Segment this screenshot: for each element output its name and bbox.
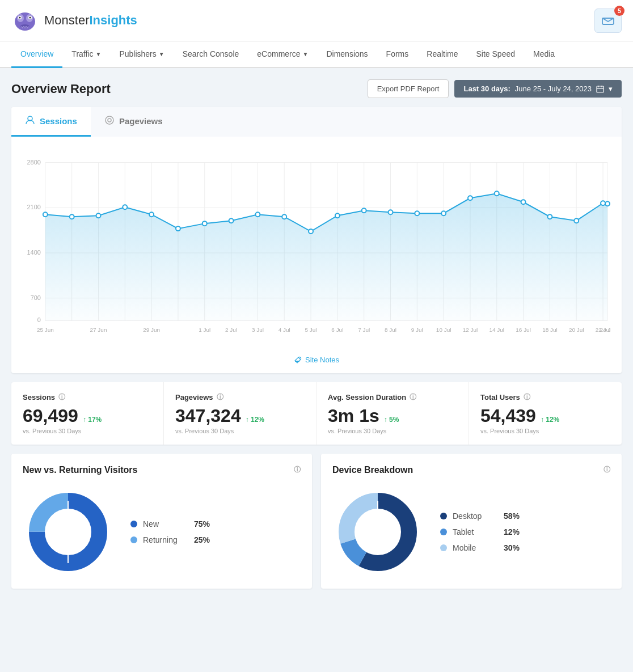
new-label: New xyxy=(143,519,188,529)
nav-item-dimensions[interactable]: Dimensions xyxy=(317,41,377,68)
svg-point-69 xyxy=(574,218,579,223)
stat-total-users-value: 54,439 ↑ 12% xyxy=(480,405,610,426)
tablet-dot xyxy=(440,529,447,535)
nav-item-site-speed[interactable]: Site Speed xyxy=(467,41,525,68)
pageviews-info-icon[interactable]: ⓘ xyxy=(217,392,223,402)
svg-text:1400: 1400 xyxy=(27,249,41,256)
avg-session-vs: vs. Previous 30 Days xyxy=(328,428,457,434)
nav-item-traffic[interactable]: Traffic ▼ xyxy=(62,41,110,68)
nvr-info-icon[interactable]: ⓘ xyxy=(294,465,301,475)
svg-point-61 xyxy=(362,208,366,213)
ecommerce-chevron: ▼ xyxy=(303,51,309,57)
returning-value: 25% xyxy=(194,535,210,544)
date-range-button[interactable]: Last 30 days: June 25 - July 24, 2023 ▾ xyxy=(454,80,622,98)
legend-returning: Returning 25% xyxy=(130,535,210,544)
legend-desktop: Desktop 58% xyxy=(440,512,520,521)
report-actions: Export PDF Report Last 30 days: June 25 … xyxy=(368,79,622,98)
device-info-icon[interactable]: ⓘ xyxy=(604,465,610,475)
chart-body: 2800 2100 1400 700 0 xyxy=(11,137,622,349)
tab-pageviews[interactable]: Pageviews xyxy=(91,107,622,137)
nav-item-search-console[interactable]: Search Console xyxy=(174,41,248,68)
stat-avg-session-label: Avg. Session Duration ⓘ xyxy=(328,392,457,402)
sessions-info-icon[interactable]: ⓘ xyxy=(58,392,65,402)
svg-point-14 xyxy=(106,116,113,124)
svg-text:25 Jun: 25 Jun xyxy=(37,327,54,333)
bottom-grid: New vs. Returning Visitors ⓘ xyxy=(11,454,622,589)
publishers-chevron: ▼ xyxy=(159,51,164,57)
svg-point-65 xyxy=(468,196,472,200)
stat-total-users: Total Users ⓘ 54,439 ↑ 12% vs. Previous … xyxy=(469,382,622,445)
svg-point-6 xyxy=(29,17,31,19)
monster-icon xyxy=(11,7,39,34)
svg-point-70 xyxy=(601,201,605,205)
legend-tablet: Tablet 12% xyxy=(440,527,520,536)
stat-sessions: Sessions ⓘ 69,499 ↑ 17% vs. Previous 30 … xyxy=(11,382,164,445)
svg-point-49 xyxy=(43,212,48,217)
device-breakdown-chart-section: Desktop 58% Tablet 12% Mobile 30% xyxy=(332,487,610,577)
nav-item-media[interactable]: Media xyxy=(524,41,564,68)
nav-item-ecommerce[interactable]: eCommerce ▼ xyxy=(248,41,317,68)
sessions-tab-icon xyxy=(25,115,35,127)
svg-text:14 Jul: 14 Jul xyxy=(489,327,504,333)
desktop-value: 58% xyxy=(504,512,520,521)
svg-point-59 xyxy=(309,229,313,234)
svg-point-57 xyxy=(255,212,260,217)
nav-item-publishers[interactable]: Publishers ▼ xyxy=(110,41,173,68)
stats-grid: Sessions ⓘ 69,499 ↑ 17% vs. Previous 30 … xyxy=(11,382,622,445)
stat-total-users-label: Total Users ⓘ xyxy=(480,392,610,402)
nav-item-overview[interactable]: Overview xyxy=(11,41,62,68)
svg-text:8 Jul: 8 Jul xyxy=(385,327,396,333)
svg-text:6 Jul: 6 Jul xyxy=(331,327,343,333)
mobile-dot xyxy=(440,544,447,551)
pageviews-change: ↑ 12% xyxy=(246,416,264,424)
header: MonsterInsights 5 xyxy=(0,0,633,41)
svg-text:2100: 2100 xyxy=(27,204,41,210)
svg-point-55 xyxy=(202,221,207,226)
svg-text:18 Jul: 18 Jul xyxy=(542,327,558,333)
inbox-icon xyxy=(602,14,614,25)
device-breakdown-card: Device Breakdown ⓘ xyxy=(321,454,622,589)
svg-point-67 xyxy=(521,200,526,204)
stat-pageviews: Pageviews ⓘ 347,324 ↑ 12% vs. Previous 3… xyxy=(164,382,317,445)
svg-text:20 Jul: 20 Jul xyxy=(569,327,584,333)
site-notes-link[interactable]: Site Notes xyxy=(294,356,339,364)
svg-text:12 Jul: 12 Jul xyxy=(463,327,478,333)
notification-button[interactable]: 5 xyxy=(594,9,622,33)
svg-point-51 xyxy=(96,213,101,218)
dropdown-arrow: ▾ xyxy=(609,84,613,93)
svg-point-71 xyxy=(605,201,610,206)
total-users-info-icon[interactable]: ⓘ xyxy=(524,392,530,402)
date-label: Last 30 days: xyxy=(463,84,510,93)
avg-session-change: ↑ 5% xyxy=(384,416,399,424)
nav-item-realtime[interactable]: Realtime xyxy=(417,41,467,68)
svg-point-15 xyxy=(108,119,111,122)
svg-text:29 Jun: 29 Jun xyxy=(143,327,160,333)
export-pdf-button[interactable]: Export PDF Report xyxy=(368,79,449,98)
svg-point-64 xyxy=(441,211,446,215)
tab-sessions[interactable]: Sessions xyxy=(11,107,91,137)
svg-point-66 xyxy=(495,191,499,196)
svg-text:1 Jul: 1 Jul xyxy=(199,327,210,333)
svg-point-5 xyxy=(19,17,21,19)
svg-point-50 xyxy=(70,214,74,219)
svg-text:24 Jul: 24 Jul xyxy=(600,327,610,333)
svg-text:700: 700 xyxy=(31,294,41,301)
pageviews-vs: vs. Previous 30 Days xyxy=(175,428,305,434)
new-vs-returning-card: New vs. Returning Visitors ⓘ xyxy=(11,454,312,589)
logo-text: MonsterInsights xyxy=(44,13,137,28)
nav-item-forms[interactable]: Forms xyxy=(377,41,418,68)
avg-session-info-icon[interactable]: ⓘ xyxy=(410,392,416,402)
stat-pageviews-value: 347,324 ↑ 12% xyxy=(175,405,305,426)
tablet-value: 12% xyxy=(504,527,520,536)
svg-text:2800: 2800 xyxy=(27,159,41,166)
svg-rect-9 xyxy=(597,86,604,92)
svg-text:9 Jul: 9 Jul xyxy=(411,327,423,333)
svg-text:27 Jun: 27 Jun xyxy=(90,327,107,333)
legend-new: New 75% xyxy=(130,519,210,529)
svg-point-52 xyxy=(123,205,127,209)
svg-point-60 xyxy=(335,213,340,218)
svg-text:16 Jul: 16 Jul xyxy=(516,327,531,333)
calendar-icon xyxy=(596,85,604,93)
new-vs-returning-chart-section: New 75% Returning 25% xyxy=(23,487,301,577)
svg-point-58 xyxy=(282,214,286,219)
